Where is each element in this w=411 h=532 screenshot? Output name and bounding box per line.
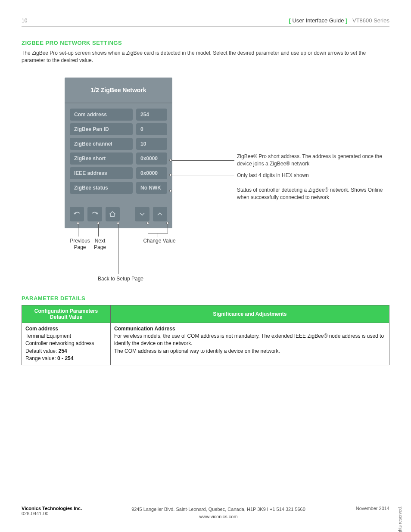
page-number: 10 xyxy=(22,18,27,24)
device-panel: 1/2 ZigBee Network Com address 254 ZigBe… xyxy=(65,78,172,228)
label-status: ZigBee status xyxy=(70,182,133,194)
table-row: Com address Terminal Equipment Controlle… xyxy=(22,323,389,365)
series-label: VT8600 Series xyxy=(352,17,389,24)
guide-label: User Interface Guide xyxy=(292,17,344,24)
label-prev-page: Previous Page xyxy=(68,238,92,251)
value-down-button[interactable] xyxy=(135,207,149,221)
section-title-details: PARAMETER DETAILS xyxy=(22,295,389,302)
range-label: Range value: xyxy=(25,355,57,361)
th-config: Configuration Parameters Default Value xyxy=(22,305,111,323)
cell-left-line1: Terminal Equipment xyxy=(25,333,107,340)
default-label: Default value: xyxy=(25,348,59,354)
footer-docno: 028-0441-00 xyxy=(22,511,99,516)
callout-short: ZigBee® Pro short address. The address i… xyxy=(237,153,388,168)
value-ieee: 0x0000 xyxy=(136,167,167,179)
row-com-address[interactable]: Com address 254 xyxy=(70,109,167,121)
cell-right-title: Communication Address xyxy=(114,326,386,332)
value-short: 0x0000 xyxy=(136,152,167,165)
chevron-up-icon xyxy=(156,210,164,218)
label-channel: ZigBee channel xyxy=(70,138,133,150)
footer-date: November 2014 xyxy=(338,506,389,511)
row-status[interactable]: ZigBee status No NWK xyxy=(70,182,167,194)
row-pan-id[interactable]: ZigBee Pan ID 0 xyxy=(70,123,167,135)
label-ieee: IEEE address xyxy=(70,167,133,179)
footer-address: 9245 Langelier Blvd. Saint-Leonard, Queb… xyxy=(99,506,338,513)
value-status: No NWK xyxy=(136,182,167,194)
value-up-button[interactable] xyxy=(153,207,167,221)
cell-left-line2: Controller networking address xyxy=(25,340,107,347)
row-ieee[interactable]: IEEE address 0x0000 xyxy=(70,167,167,179)
value-pan-id: 0 xyxy=(136,123,167,135)
header-right: [ User Interface Guide ] VT8600 Series xyxy=(289,17,389,24)
label-next-page: Next Page xyxy=(91,238,109,251)
row-channel[interactable]: ZigBee channel 10 xyxy=(70,138,167,150)
value-com-address: 254 xyxy=(136,109,167,121)
range-value: 0 - 254 xyxy=(57,355,73,361)
prev-page-button[interactable] xyxy=(70,207,84,221)
chevron-down-icon xyxy=(138,210,146,218)
callout-status: Status of controller detecting a ZigBee®… xyxy=(237,187,388,201)
home-icon xyxy=(108,210,117,218)
diagram: 1/2 ZigBee Network Com address 254 ZigBe… xyxy=(65,78,389,291)
label-com-address: Com address xyxy=(70,109,133,121)
arrow-back-icon xyxy=(73,210,81,218)
footer-company: Viconics Technologies Inc. xyxy=(22,506,99,511)
bracket-close: ] xyxy=(344,17,347,24)
arrow-forward-icon xyxy=(90,210,99,218)
cell-left-title: Com address xyxy=(25,326,107,332)
label-short: ZigBee short xyxy=(70,152,133,165)
label-pan-id: ZigBee Pan ID xyxy=(70,123,133,135)
home-button[interactable] xyxy=(106,207,120,221)
value-channel: 10 xyxy=(136,138,167,150)
section-title-zigbee: ZIGBEE PRO NETWORK SETTINGS xyxy=(22,40,389,46)
callout-ieee: Only last 4 digits in HEX shown xyxy=(237,172,309,179)
device-title: 1/2 ZigBee Network xyxy=(65,78,172,103)
row-short[interactable]: ZigBee short 0x0000 xyxy=(70,152,167,165)
page-footer: Viconics Technologies Inc. 028-0441-00 9… xyxy=(22,502,389,520)
footer-url: www.viconics.com xyxy=(99,513,338,520)
cell-right-body: For wireless models, the use of COM addr… xyxy=(114,333,386,355)
label-home: Back to Setup Page xyxy=(90,276,151,283)
parameter-table: Configuration Parameters Default Value S… xyxy=(22,305,389,366)
copyright-vertical: © 2014 Viconics Technologies. All rights… xyxy=(398,506,402,532)
page-header: 10 [ User Interface Guide ] VT8600 Serie… xyxy=(22,17,389,27)
intro-text: The ZigBee Pro set-up screen shows when … xyxy=(22,50,389,65)
label-change-value: Change Value xyxy=(138,238,181,245)
th-significance: Significance and Adjustments xyxy=(111,305,389,323)
default-value: 254 xyxy=(59,348,67,354)
next-page-button[interactable] xyxy=(87,207,102,221)
